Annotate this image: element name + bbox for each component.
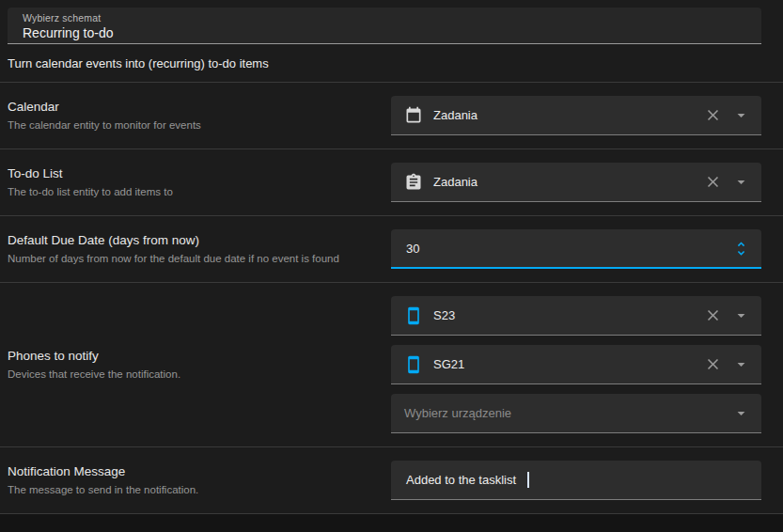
phones-subtitle: Devices that receive the notification. [8, 368, 376, 382]
due-date-label: Default Due Date (days from now) [8, 233, 376, 247]
message-value: Added to the tasklist [406, 473, 516, 487]
blueprint-config-page: Wybierz schemat Recurring to-do Turn cal… [0, 0, 783, 532]
row-phones: Phones to notify Devices that receive th… [0, 283, 783, 446]
text-cursor [527, 472, 529, 488]
chevron-down-icon[interactable] [732, 306, 750, 324]
due-date-label-block: Default Due Date (days from now) Number … [8, 233, 391, 266]
todo-list-label: To-do List [8, 166, 376, 180]
chevron-down-icon[interactable] [732, 106, 750, 124]
device-1-value: S23 [433, 308, 694, 322]
bottom-panel [0, 514, 783, 532]
number-stepper-icon[interactable] [732, 240, 750, 258]
row-calendar: Calendar The calendar entity to monitor … [0, 83, 783, 149]
due-date-value: 30 [406, 242, 722, 256]
cellphone-icon [404, 306, 423, 325]
todo-list-subtitle: The to-do list entity to add items to [8, 185, 376, 199]
device-picker-2[interactable]: SG21 [391, 345, 761, 384]
chevron-down-icon[interactable] [732, 355, 750, 373]
clear-icon[interactable] [704, 355, 722, 373]
row-message: Notification Message The message to send… [0, 447, 783, 513]
schema-select-label: Wybierz schemat [23, 12, 746, 23]
message-label-block: Notification Message The message to send… [8, 464, 391, 497]
row-todo-list: To-do List The to-do list entity to add … [0, 149, 783, 215]
message-subtitle: The message to send in the notification. [8, 483, 376, 497]
todo-controls: Zadania [391, 163, 761, 202]
device-picker-empty[interactable]: Wybierz urządzenie [391, 394, 761, 433]
due-date-subtitle: Number of days from now for the default … [8, 252, 376, 266]
chevron-down-icon[interactable] [732, 173, 750, 191]
calendar-icon [404, 106, 423, 125]
row-due-date: Default Due Date (days from now) Number … [0, 216, 783, 282]
calendar-controls: Zadania [391, 96, 761, 135]
device-2-value: SG21 [433, 357, 694, 371]
calendar-subtitle: The calendar entity to monitor for event… [8, 118, 376, 133]
schema-select-value: Recurring to-do [23, 25, 746, 40]
phones-controls: S23 SG21 [391, 296, 761, 433]
message-text-input[interactable]: Added to the tasklist [391, 461, 761, 500]
clear-icon[interactable] [704, 306, 722, 324]
phones-label-block: Phones to notify Devices that receive th… [8, 349, 391, 382]
clipboard-list-icon [404, 173, 423, 192]
chevron-down-icon[interactable] [732, 404, 750, 422]
calendar-label: Calendar [8, 100, 376, 114]
message-label: Notification Message [8, 464, 376, 478]
todo-label-block: To-do List The to-do list entity to add … [8, 166, 391, 199]
due-date-number-input[interactable]: 30 [391, 229, 761, 269]
device-picker-placeholder: Wybierz urządzenie [404, 406, 722, 420]
clear-icon[interactable] [704, 173, 722, 191]
blueprint-description: Turn calendar events into (recurring) to… [8, 56, 761, 70]
todo-entity-value: Zadania [433, 175, 694, 189]
cellphone-icon [404, 355, 423, 374]
calendar-entity-value: Zadania [433, 108, 694, 122]
device-picker-1[interactable]: S23 [391, 296, 761, 336]
clear-icon[interactable] [704, 106, 722, 124]
phones-label: Phones to notify [8, 349, 376, 363]
message-controls: Added to the tasklist [391, 461, 761, 500]
calendar-label-block: Calendar The calendar entity to monitor … [8, 100, 391, 133]
todo-entity-picker[interactable]: Zadania [391, 163, 761, 202]
calendar-entity-picker[interactable]: Zadania [391, 96, 761, 135]
due-date-controls: 30 [391, 229, 761, 269]
schema-select[interactable]: Wybierz schemat Recurring to-do [8, 8, 761, 44]
